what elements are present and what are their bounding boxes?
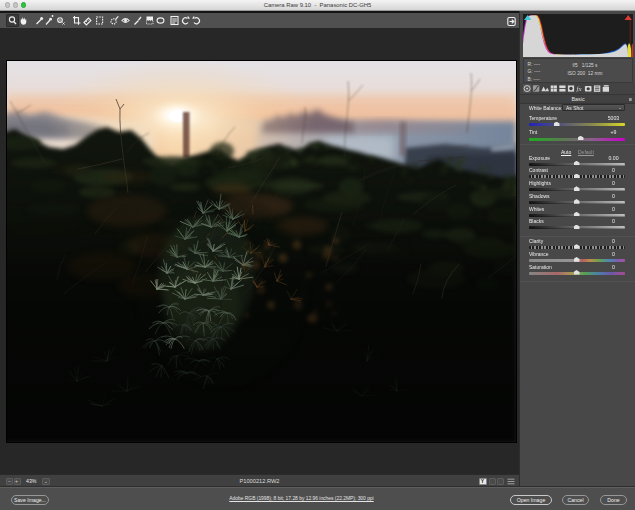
svg-text:fx: fx bbox=[576, 85, 582, 93]
